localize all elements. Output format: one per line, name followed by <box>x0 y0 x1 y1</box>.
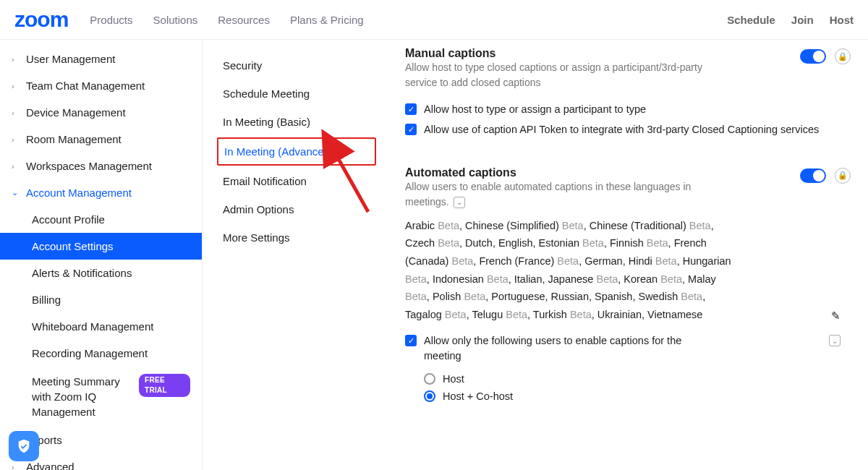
nav-products[interactable]: Products <box>90 14 132 26</box>
sidebar-item-label: Billing <box>32 294 61 306</box>
radio-label: Host + Co-host <box>443 390 513 402</box>
settings-subnav: SecuritySchedule MeetingIn Meeting (Basi… <box>203 40 376 470</box>
checkbox-row[interactable]: ✓Allow host to type or assign a particip… <box>405 99 851 119</box>
section-desc: Allow users to enable automated captions… <box>405 179 723 210</box>
section-desc: Allow host to type closed captions or as… <box>405 60 723 90</box>
checkmark-icon: ✓ <box>405 124 417 135</box>
toggle-automated-captions[interactable] <box>800 168 826 183</box>
info-icon[interactable]: ⌄ <box>454 197 465 208</box>
sidebar-item-label: Account Profile <box>32 213 105 226</box>
lock-icon[interactable]: 🔒 <box>835 168 851 184</box>
sidebar-item-account-management[interactable]: ⌄Account Management <box>0 179 202 206</box>
checkmark-icon: ✓ <box>405 103 417 115</box>
sidebar-item-team-chat-management[interactable]: ›Team Chat Management <box>0 72 202 99</box>
section-title: Manual captions <box>405 47 851 60</box>
sidebar-sub-alerts-notifications[interactable]: Alerts & Notifications <box>0 260 202 286</box>
sidebar-item-label: Account Management <box>26 187 132 199</box>
checkbox-label: Allow use of caption API Token to integr… <box>424 122 851 137</box>
edit-icon[interactable]: ✎ <box>831 309 841 322</box>
lock-icon[interactable]: 🔒 <box>835 48 851 64</box>
sidebar-item-label: Recording Management <box>32 347 148 359</box>
nav-join[interactable]: Join <box>791 14 814 26</box>
sidebar-sub-whiteboard-management[interactable]: Whiteboard Management <box>0 313 202 340</box>
section-automated-captions: 🔒 Automated captions Allow users to enab… <box>405 166 851 405</box>
language-list: Arabic Beta, Chinese (Simplified) Beta, … <box>405 217 738 324</box>
checkbox-row[interactable]: ✓Allow use of caption API Token to integ… <box>405 119 851 140</box>
sidebar-sub-account-profile[interactable]: Account Profile <box>0 206 202 233</box>
checkbox-label: Allow only the following users to enable… <box>424 333 699 363</box>
nav-resources[interactable]: Resources <box>218 14 270 26</box>
radio-host[interactable]: Host <box>424 370 851 388</box>
sidebar-item-workspaces-management[interactable]: ›Workspaces Management <box>0 153 202 179</box>
sidebar-item-label: User Management <box>26 53 115 65</box>
free-trial-badge: FREE TRIAL <box>139 374 190 397</box>
subnav-security[interactable]: Security <box>217 53 376 78</box>
sidebar-sub-meeting-summary-with-zoom-iq-management[interactable]: Meeting Summary with Zoom IQ ManagementF… <box>0 367 202 427</box>
radio-icon <box>424 390 435 402</box>
sidebar-sub-recording-management[interactable]: Recording Management <box>0 340 202 367</box>
chevron-icon: › <box>12 463 22 471</box>
sidebar-item-label: Meeting Summary with Zoom IQ Management <box>32 374 133 419</box>
nav-host[interactable]: Host <box>830 14 854 26</box>
radio-host-co-host[interactable]: Host + Co-host <box>424 388 851 405</box>
radio-label: Host <box>443 373 464 385</box>
nav-plans-pricing[interactable]: Plans & Pricing <box>290 14 364 26</box>
sidebar-sub-account-settings[interactable]: Account Settings <box>0 233 202 260</box>
sidebar-item-label: Alerts & Notifications <box>32 267 132 279</box>
top-nav-right: ScheduleJoinHost <box>727 14 854 26</box>
sidebar-sub-billing[interactable]: Billing <box>0 286 202 313</box>
info-icon[interactable]: ⌄ <box>829 335 841 346</box>
top-nav: zoom ProductsSolutionsResourcesPlans & P… <box>0 0 868 40</box>
sidebar-item-device-management[interactable]: ›Device Management <box>0 99 202 126</box>
shield-icon[interactable] <box>9 431 39 461</box>
content: 🔒 Manual captions Allow host to type clo… <box>376 40 868 470</box>
subnav-admin-options[interactable]: Admin Options <box>217 197 376 222</box>
sidebar-item-user-management[interactable]: ›User Management <box>0 46 202 72</box>
chevron-icon: › <box>12 55 22 64</box>
chevron-icon: ⌄ <box>12 188 22 197</box>
chevron-icon: › <box>12 162 22 171</box>
checkbox-allow-only[interactable]: ✓ Allow only the following users to enab… <box>405 330 851 366</box>
subnav-schedule-meeting[interactable]: Schedule Meeting <box>217 81 376 106</box>
nav-schedule[interactable]: Schedule <box>727 14 775 26</box>
chevron-icon: › <box>12 108 22 117</box>
sidebar-item-label: Device Management <box>26 106 126 119</box>
sidebar-item-label: Team Chat Management <box>26 80 145 92</box>
subnav-more-settings[interactable]: More Settings <box>217 225 376 250</box>
nav-solutions[interactable]: Solutions <box>153 14 198 26</box>
sidebar-item-label: Account Settings <box>32 240 114 252</box>
sidebar-item-label: Whiteboard Management <box>32 320 153 333</box>
top-nav-left: ProductsSolutionsResourcesPlans & Pricin… <box>90 14 363 26</box>
sidebar-item-label: Workspaces Management <box>26 160 152 172</box>
section-title: Automated captions <box>405 166 851 179</box>
subnav-in-meeting-advanced-[interactable]: In Meeting (Advanced) <box>217 137 376 166</box>
checkmark-icon: ✓ <box>405 335 417 346</box>
section-manual-captions: 🔒 Manual captions Allow host to type clo… <box>405 47 851 140</box>
toggle-manual-captions[interactable] <box>800 49 826 64</box>
logo[interactable]: zoom <box>14 7 68 32</box>
subnav-in-meeting-basic-[interactable]: In Meeting (Basic) <box>217 109 376 134</box>
chevron-icon: › <box>12 82 22 90</box>
sidebar-item-label: Room Management <box>26 133 122 145</box>
radio-icon <box>424 373 435 385</box>
subnav-email-notification[interactable]: Email Notification <box>217 168 376 194</box>
sidebar-item-room-management[interactable]: ›Room Management <box>0 126 202 153</box>
sidebar-item-label: Advanced <box>26 461 75 470</box>
chevron-icon: › <box>12 135 22 144</box>
checkbox-label: Allow host to type or assign a participa… <box>424 102 851 116</box>
sidebar: ›User Management›Team Chat Management›De… <box>0 40 203 470</box>
